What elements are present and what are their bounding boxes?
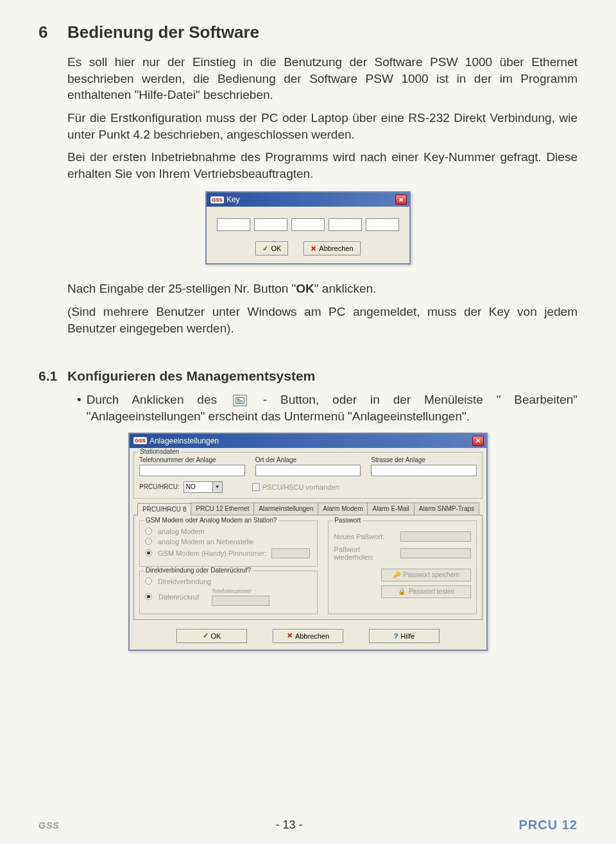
- bullet-text-a: Durch Anklicken des: [87, 393, 230, 406]
- prcu-value[interactable]: [184, 481, 213, 493]
- key-input-1[interactable]: [217, 218, 250, 231]
- radio-gsm: [145, 549, 152, 556]
- pw-repeat-input: [400, 548, 471, 558]
- section-number: 6.1: [38, 368, 67, 384]
- passwort-fieldset: Passwort Neues Paßwort: Paßwort wiederho…: [328, 521, 477, 614]
- radio-direkt: [145, 578, 152, 585]
- anlage-ok-label: OK: [211, 632, 221, 640]
- pw-legend: Passwort: [332, 517, 363, 524]
- chapter-title: Bedienung der Software: [67, 22, 259, 42]
- tab-prcu8[interactable]: PRCU/HRCU 8: [137, 503, 191, 515]
- pscu-checkbox: [252, 483, 260, 491]
- tab-alarm-email[interactable]: Alarm E-Mail: [367, 503, 414, 515]
- section-heading: 6.1Konfigurieren des Managementsystem: [38, 368, 578, 384]
- key-ok-button[interactable]: ✓OK: [255, 241, 288, 255]
- key-input-4[interactable]: [329, 218, 362, 231]
- chapter-number: 6: [38, 22, 67, 42]
- paragraph-2: Für die Erstkonfiguration muss der PC od…: [67, 110, 578, 142]
- key-input-2[interactable]: [254, 218, 287, 231]
- pscu-label: PSCU/HSCU vorhanden: [262, 483, 339, 491]
- key-cancel-button[interactable]: ✕Abbrechen: [304, 241, 360, 255]
- chapter-heading: 6Bedienung der Software: [38, 22, 578, 42]
- direkt-legend: Direktverbindung oder Datenrückruf?: [144, 567, 253, 574]
- para4-bold: OK: [296, 282, 314, 295]
- key-icon: 🔑: [393, 571, 400, 578]
- ort-label: Ort der Anlage: [255, 456, 361, 463]
- direkt-opt2: Datenrückruf: [158, 593, 199, 601]
- tab-body: GSM Modem oder Analog Modem an Station? …: [133, 515, 483, 620]
- radio-datenrueckruf: [145, 593, 152, 600]
- tab-alarmeinst[interactable]: Alarmeinstellungen: [253, 503, 318, 515]
- footer-page-number: - 13 -: [276, 818, 303, 832]
- svg-rect-2: [237, 400, 243, 401]
- key-dialog: GSS Key ✕ ✓OK ✕Abbrechen: [205, 191, 411, 264]
- settings-toolbar-icon: [233, 395, 247, 406]
- footer-logo: GSS: [38, 820, 60, 831]
- para4-a: Nach Eingabe der 25-stelligen Nr. Button…: [67, 282, 296, 295]
- lock-icon: 🔒: [398, 588, 406, 595]
- chevron-down-icon[interactable]: ▼: [213, 481, 223, 493]
- gss-badge-icon: GSS: [210, 196, 224, 203]
- x-icon: ✕: [287, 632, 293, 640]
- pw-test-button: 🔒Passwort testen: [381, 585, 471, 598]
- check-icon: ✓: [203, 632, 209, 640]
- modem-opt1: analog Modem: [158, 528, 205, 535]
- tel-input[interactable]: [139, 465, 245, 476]
- prcu-label: PRCU/HRCU:: [139, 483, 180, 490]
- anlage-ok-button[interactable]: ✓OK: [176, 629, 247, 643]
- direkt-fieldset: Direktverbindung oder Datenrückruf? Dire…: [139, 571, 318, 614]
- pw-repeat-label: Paßwort wiederholen:: [334, 546, 400, 561]
- direkt-opt1: Direktverbindung: [158, 578, 211, 585]
- pin-input: [271, 548, 310, 558]
- key-input-row: [214, 218, 402, 231]
- tel-col-label: Telefonnummer: [212, 588, 270, 594]
- bullet-item: • Durch Anklicken des - Button, oder in …: [77, 392, 578, 424]
- key-input-3[interactable]: [291, 218, 325, 231]
- tab-alarm-modem[interactable]: Alarm Modem: [318, 503, 368, 515]
- strasse-label: Strasse der Anlage: [371, 456, 477, 463]
- svg-rect-3: [237, 402, 243, 402]
- paragraph-4: Nach Eingabe der 25-stelligen Nr. Button…: [67, 280, 578, 297]
- pw-save-button: 🔑Passwort speichern: [381, 569, 471, 581]
- radio-analog-neben: [145, 538, 152, 545]
- modem-opt2: analog Modem an Nebenstelle: [158, 538, 253, 546]
- question-icon: ?: [394, 632, 398, 640]
- anlage-cancel-button[interactable]: ✕Abbrechen: [273, 629, 343, 643]
- para4-b: " anklicken.: [314, 282, 377, 295]
- tab-alarm-snmp[interactable]: Alarm SNMP-Traps: [414, 503, 479, 515]
- key-input-5[interactable]: [366, 218, 399, 231]
- svg-rect-1: [237, 399, 240, 400]
- paragraph-1: Es soll hier nur der Einstieg in die Ben…: [67, 54, 578, 103]
- modem-fieldset: GSM Modem oder Analog Modem an Station? …: [139, 521, 318, 567]
- anlage-help-label: Hilfe: [400, 632, 415, 640]
- x-icon: ✕: [311, 245, 316, 253]
- pw-new-label: Neues Paßwort:: [334, 533, 384, 540]
- pw-new-input: [400, 531, 471, 542]
- close-icon[interactable]: ✕: [395, 194, 407, 205]
- station-fieldset: Stationsdaten Telefonnummer der Anlage O…: [133, 452, 483, 499]
- ort-input[interactable]: [255, 465, 361, 476]
- check-icon: ✓: [262, 245, 268, 253]
- tel-label: Telefonnummer der Anlage: [139, 456, 245, 463]
- anlage-cancel-label: Abbrechen: [295, 632, 329, 640]
- key-dialog-title: Key: [227, 195, 240, 204]
- gss-badge-icon: GSS: [133, 437, 147, 444]
- rueckruf-tel-input: [212, 596, 270, 606]
- key-cancel-label: Abbrechen: [319, 245, 353, 252]
- anlage-titlebar: GSS Anlageeinstellungen ✕: [130, 434, 486, 448]
- station-legend: Stationsdaten: [138, 448, 181, 455]
- key-dialog-titlebar: GSS Key ✕: [207, 193, 409, 207]
- strasse-input[interactable]: [371, 465, 477, 476]
- bullet-dot: •: [77, 392, 81, 424]
- modem-opt3: GSM Modem (Handy) Pinnummer:: [158, 549, 266, 557]
- anlage-dialog: GSS Anlageeinstellungen ✕ Stationsdaten …: [128, 433, 488, 651]
- tab-prcu12[interactable]: PRCU 12 Ethernet: [191, 503, 254, 515]
- footer-doc-id: PRCU 12: [519, 818, 578, 832]
- close-icon[interactable]: ✕: [472, 436, 484, 446]
- prcu-combo[interactable]: ▼: [184, 481, 223, 493]
- key-ok-label: OK: [271, 245, 281, 252]
- anlage-help-button[interactable]: ?Hilfe: [369, 629, 440, 643]
- anlage-title: Anlageeinstellungen: [150, 436, 219, 445]
- tab-row: PRCU/HRCU 8 PRCU 12 Ethernet Alarmeinste…: [133, 503, 483, 515]
- page-footer: GSS - 13 - PRCU 12: [38, 818, 578, 832]
